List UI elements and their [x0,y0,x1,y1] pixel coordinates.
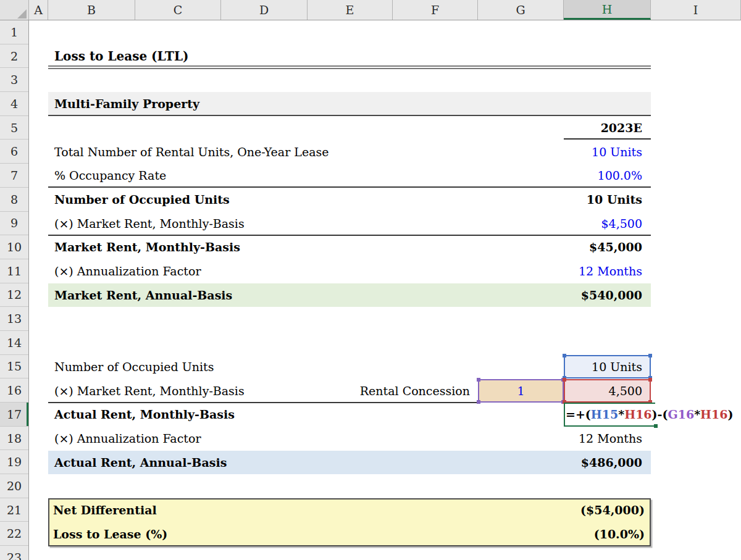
actual-rent-annual-label-cell[interactable]: Actual Rent, Annual-Basis [54,451,227,475]
column-header-d[interactable]: D [221,0,308,20]
g16-handle-bottom-left[interactable] [477,400,480,404]
h16-handle-top-left[interactable] [563,378,566,382]
formula-segment: * [694,407,700,421]
market-rent-input2-value: 4,500 [609,384,642,398]
column-header-b[interactable]: B [48,0,135,20]
formula-ref-h16-2: H16 [700,407,727,421]
row-header-7[interactable]: 7 [0,164,28,188]
loss-to-lease-label-cell[interactable]: Loss to Lease (%) [53,522,167,546]
row-header-9[interactable]: 9 [0,212,28,236]
sheet-body: Loss to Lease (LTL) Multi-Family Propert… [0,0,741,560]
select-all-triangle-icon [17,9,27,19]
column-header-a[interactable]: A [29,0,48,20]
actual-rent-annual-value-cell[interactable]: $486,000 [564,451,651,475]
spreadsheet: A B C D E F G H I 1 2 3 4 5 6 7 8 9 10 1… [0,0,741,560]
row-header-12[interactable]: 12 [0,283,28,307]
annualization1-value-cell[interactable]: 12 Months [564,259,651,283]
row-header-16[interactable]: 16 [0,378,28,403]
occupancy-label-cell[interactable]: % Occupancy Rate [54,164,166,188]
double-rule-under-title [48,65,651,70]
market-rent-input-value-cell[interactable]: $4,500 [564,212,651,236]
actual-rent-monthly-label-cell[interactable]: Actual Rent, Monthly-Basis [54,403,235,427]
occupied-units-label-cell[interactable]: Number of Occupied Units [54,188,230,212]
row-header-4[interactable]: 4 [0,92,28,116]
cell-h16-reference-highlight[interactable]: 4,500 [564,379,651,403]
market-rent-monthly-label-cell[interactable]: Market Rent, Monthly-Basis [54,235,240,259]
column-header-c[interactable]: C [135,0,221,20]
formula-segment: )-( [652,407,668,421]
row-header-5[interactable]: 5 [0,116,28,140]
row-header-6[interactable]: 6 [0,140,28,164]
annualization1-label-cell[interactable]: (×) Annualization Factor [54,259,201,283]
column-header-e[interactable]: E [308,0,393,20]
row-header-21[interactable]: 21 [0,498,28,522]
total-units-value-cell[interactable]: 10 Units [564,140,651,164]
h15-handle-top-left[interactable] [563,354,566,357]
occupied-units2-value: 10 Units [592,360,642,374]
occupied-units-value-cell[interactable]: 10 Units [564,188,651,212]
select-all-button[interactable] [0,0,29,20]
row-header-8[interactable]: 8 [0,188,28,212]
occupied-units2-label-cell[interactable]: Number of Occupied Units [54,355,214,379]
h16-handle-top-right[interactable] [648,378,652,382]
annualization2-label-cell[interactable]: (×) Annualization Factor [54,427,201,451]
h15-handle-top-right[interactable] [648,354,652,357]
column-header-f[interactable]: F [393,0,478,20]
row-header-11[interactable]: 11 [0,259,28,283]
row-header-23[interactable]: 23 [0,546,28,560]
rental-concession-value: 1 [517,384,524,398]
section-header-cell[interactable]: Multi-Family Property [54,92,199,116]
formula-ref-h15: H15 [591,407,618,421]
formula-segment: ) [727,407,733,421]
row-header-10[interactable]: 10 [0,235,28,259]
period-header-cell[interactable]: 2023E [564,116,651,140]
market-rent-annual-label-cell[interactable]: Market Rent, Annual-Basis [54,283,232,307]
row-header-19[interactable]: 19 [0,450,28,474]
column-header-i[interactable]: I [651,0,741,20]
row-header-22[interactable]: 22 [0,522,28,546]
formula-editor-cell[interactable]: =+(H15*H16)-(G16*H16) [566,403,733,427]
market-rent-input2-label-cell[interactable]: (×) Market Rent, Monthly-Basis [54,379,245,403]
g16-handle-top-left[interactable] [477,378,480,382]
market-rent-annual-value-cell[interactable]: $540,000 [564,283,651,307]
rental-concession-label-cell[interactable]: Rental Concession [307,379,474,403]
cell-g16-reference-highlight[interactable]: 1 [478,379,564,403]
row-header-14[interactable]: 14 [0,331,28,355]
market-rent-input-label-cell[interactable]: (×) Market Rent, Monthly-Basis [54,212,245,236]
annualization2-value-cell[interactable]: 12 Months [564,427,651,451]
sheet-title-cell[interactable]: Loss to Lease (LTL) [54,44,188,69]
formula-ref-g16: G16 [668,407,694,421]
formula-segment: * [618,407,624,421]
column-header-h-selected[interactable]: H [564,0,651,20]
row-header-3[interactable]: 3 [0,68,28,92]
row-headers: 1 2 3 4 5 6 7 8 9 10 11 12 13 14 15 16 1… [0,20,29,560]
loss-to-lease-value-cell[interactable]: (10.0%) [564,522,651,546]
row-header-13[interactable]: 13 [0,307,28,331]
row-header-1[interactable]: 1 [0,20,28,44]
row-header-17-selected[interactable]: 17 [0,403,28,427]
row-header-18[interactable]: 18 [0,427,28,451]
formula-segment: =+( [566,407,591,421]
net-differential-value-cell[interactable]: ($54,000) [564,498,651,522]
column-header-g[interactable]: G [478,0,564,20]
formula-ref-h16: H16 [624,407,651,421]
cell-h15-reference-highlight[interactable]: 10 Units [564,355,651,379]
row-header-15[interactable]: 15 [0,355,28,379]
row-header-2[interactable]: 2 [0,44,28,69]
column-headers: A B C D E F G H I [0,0,741,20]
market-rent-monthly-value-cell[interactable]: $45,000 [564,235,651,259]
row-header-20[interactable]: 20 [0,474,28,498]
net-differential-label-cell[interactable]: Net Differential [53,498,157,522]
total-units-label-cell[interactable]: Total Number of Rental Units, One-Year L… [54,140,329,164]
occupancy-value-cell[interactable]: 100.0% [564,164,651,188]
